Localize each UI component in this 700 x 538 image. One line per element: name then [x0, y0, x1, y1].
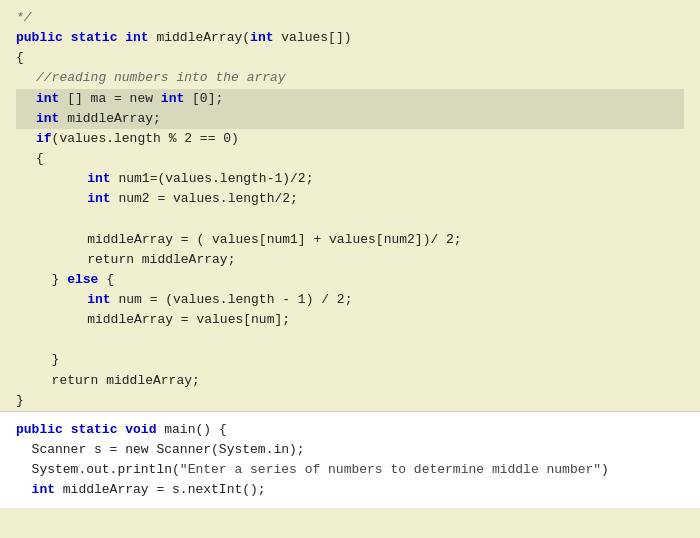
- code-block-top: */ public static int middleArray(int val…: [0, 8, 700, 411]
- line-if: if(values.length % 2 == 0): [16, 129, 684, 149]
- line-middle-assign: middleArray = values[num];: [16, 310, 684, 330]
- code-container: */ public static int middleArray(int val…: [0, 0, 700, 538]
- line-blank1: [16, 209, 684, 229]
- line-close-method: }: [16, 391, 684, 411]
- line-blank2: [16, 330, 684, 350]
- line-return-middle: return middleArray;: [16, 250, 684, 270]
- line-middle-calc: middleArray = ( values[num1] + values[nu…: [16, 230, 684, 250]
- line-num: int num = (values.length - 1) / 2;: [16, 290, 684, 310]
- line-int-middle: int middleArray;: [16, 109, 684, 129]
- line-num1: int num1=(values.length-1)/2;: [16, 169, 684, 189]
- line-close-else: }: [16, 350, 684, 370]
- line-method-sig: public static int middleArray(int values…: [16, 28, 684, 48]
- line-num2: int num2 = values.length/2;: [16, 189, 684, 209]
- line-comment: //reading numbers into the array: [16, 68, 684, 88]
- line-int-middle-array: int middleArray = s.nextInt();: [16, 480, 684, 500]
- line-main-sig: public static void main() {: [16, 420, 684, 440]
- line-open-brace: {: [16, 48, 684, 68]
- line-open-if-brace: {: [16, 149, 684, 169]
- line-println: System.out.println("Enter a series of nu…: [16, 460, 684, 480]
- line-int-ma: int [] ma = new int [0];: [16, 89, 684, 109]
- line-top-comment: */: [16, 8, 684, 28]
- line-return: return middleArray;: [16, 371, 684, 391]
- line-else: } else {: [16, 270, 684, 290]
- line-scanner: Scanner s = new Scanner(System.in);: [16, 440, 684, 460]
- bottom-section: public static void main() { Scanner s = …: [0, 411, 700, 509]
